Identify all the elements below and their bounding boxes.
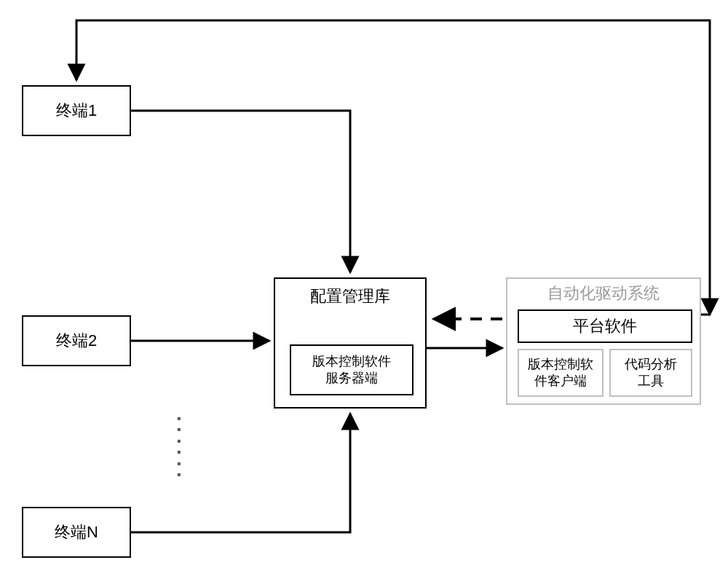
automation-system-box: 自动化驱动系统 平台软件 版本控制软 件客户端 代码分析 工具 [506,277,701,405]
terminal-1-label: 终端1 [56,100,97,122]
terminal-n-box: 终端N [22,507,131,558]
arrow-feedback-loop [76,20,710,315]
vc-client-label: 版本控制软 件客户端 [528,356,593,390]
arrow-terminaln-to-config [131,414,350,532]
arrow-terminal1-to-config [131,111,350,272]
terminal-2-box: 终端2 [22,315,131,366]
terminal-n-label: 终端N [55,522,98,543]
config-repo-box: 配置管理库 版本控制软件 服务器端 [274,277,427,409]
automation-system-title: 自动化驱动系统 [507,283,700,304]
ellipsis-dots: ...... [172,408,186,475]
code-analysis-label: 代码分析 工具 [625,356,677,390]
config-repo-title: 配置管理库 [275,286,425,307]
platform-software-box: 平台软件 [518,309,692,343]
terminal-2-label: 终端2 [56,331,97,352]
terminal-1-box: 终端1 [22,85,131,136]
vc-client-box: 版本控制软 件客户端 [518,349,604,397]
code-analysis-box: 代码分析 工具 [609,349,692,397]
vc-server-box: 版本控制软件 服务器端 [290,344,414,395]
vc-server-label: 版本控制软件 服务器端 [312,353,391,387]
platform-software-label: 平台软件 [573,316,637,337]
diagram-stage: 终端1 终端2 ...... 终端N 配置管理库 版本控制软件 服务器端 自动化… [0,0,728,584]
